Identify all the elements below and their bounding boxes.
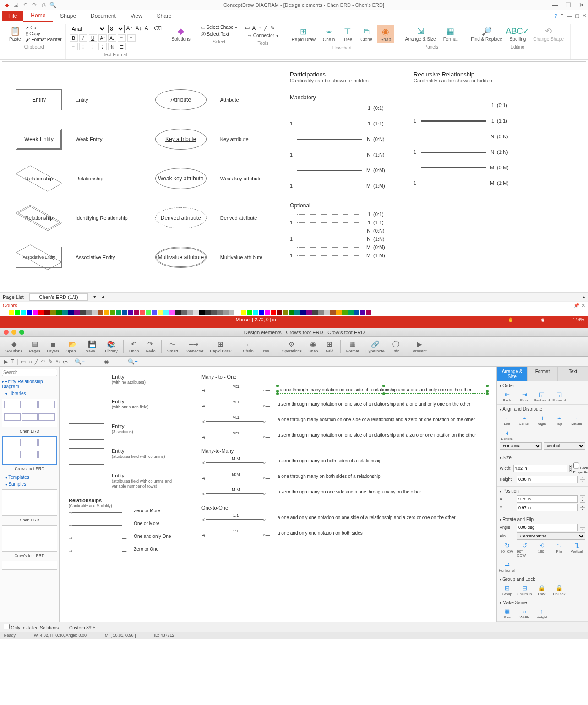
rel-line[interactable]: ⪪M:M○— — [201, 474, 270, 482]
only-installed-checkbox[interactable] — [4, 624, 10, 629]
text-tool-icon[interactable]: A — [252, 25, 256, 31]
color-swatch[interactable] — [271, 310, 276, 315]
color-swatch[interactable] — [3, 310, 8, 315]
key-attr-shape[interactable]: Key attribute — [155, 129, 207, 150]
arc-icon[interactable]: ◠ — [41, 358, 45, 365]
unlock-button[interactable]: 🔓UnLock — [552, 584, 566, 596]
menu-icon[interactable]: ☰ — [547, 13, 552, 19]
pin-icon[interactable]: 📌 — [573, 303, 580, 308]
rel-line[interactable]: ⪪1:1○— — [201, 515, 270, 523]
height-input[interactable] — [517, 476, 578, 483]
color-swatch[interactable] — [62, 310, 68, 315]
cardinality-line[interactable]: 1 (0:1) — [290, 105, 391, 111]
close-colors-icon[interactable]: ✕ — [581, 303, 585, 308]
color-swatch[interactable] — [33, 310, 38, 315]
cardinality-line[interactable]: 1M (1:M) — [290, 253, 391, 258]
line-icon[interactable]: ╱ — [35, 358, 38, 365]
valign-mid-icon[interactable]: ⫶ — [89, 43, 97, 50]
search-input[interactable] — [2, 369, 57, 376]
undo-icon[interactable]: ↶ — [22, 2, 28, 8]
color-swatch[interactable] — [265, 310, 270, 315]
tb-redo[interactable]: ↷Redo — [143, 339, 158, 354]
solutions-button[interactable]: ◆ Solutions — [169, 25, 193, 43]
color-swatch[interactable] — [360, 310, 365, 315]
color-swatch[interactable] — [158, 310, 163, 315]
color-swatch[interactable] — [235, 310, 240, 315]
tb-solutions[interactable]: ◆Solutions — [3, 339, 25, 354]
cardinality-line[interactable]: N (0:N) — [290, 228, 391, 233]
vertical-button[interactable]: ⇅Vertical — [569, 541, 584, 558]
align-right-icon[interactable]: ≡ — [70, 43, 78, 50]
super-icon[interactable]: A² — [98, 34, 107, 42]
freehand-icon[interactable]: ᔕ — [63, 358, 68, 365]
cardinality-line[interactable]: 11 (1:1) — [290, 121, 391, 126]
page-list-label[interactable]: Page List — [3, 294, 24, 300]
rel-line[interactable]: ⊸— — [69, 508, 126, 516]
ellipse-tool-icon[interactable]: ○ — [258, 25, 261, 31]
help-icon[interactable]: ? — [555, 13, 557, 19]
decrease-font-icon[interactable]: A↓ — [136, 25, 143, 33]
format-panel-button[interactable]: ▦Format — [441, 25, 461, 43]
color-swatch[interactable] — [259, 310, 264, 315]
rect-tool-icon[interactable]: ▭ — [245, 25, 250, 31]
color-swatch[interactable] — [104, 310, 109, 315]
color-swatch[interactable] — [140, 310, 145, 315]
color-swatch[interactable] — [318, 310, 324, 315]
entity-shape[interactable]: Entity — [16, 89, 62, 110]
color-swatch[interactable] — [300, 310, 306, 315]
maximize-icon[interactable] — [19, 330, 24, 335]
text-tool-icon[interactable]: T — [11, 358, 14, 365]
x-input[interactable] — [517, 495, 578, 503]
rel-line[interactable]: ⊸— — [69, 547, 126, 555]
sample-chen-thumb[interactable] — [2, 489, 57, 516]
sub-icon[interactable]: A₂ — [108, 34, 116, 42]
tb-library[interactable]: 📚Library — [102, 339, 120, 354]
minimize-icon[interactable] — [11, 330, 16, 335]
tb-save-[interactable]: 💾Save... — [83, 339, 101, 354]
color-swatch[interactable] — [169, 310, 175, 315]
clone-button[interactable]: ⧉Clone — [358, 25, 375, 43]
tb-open-[interactable]: 📂Open... — [63, 339, 82, 354]
color-swatch[interactable] — [354, 310, 359, 315]
chain-button[interactable]: ⫘Chain — [320, 25, 338, 43]
snap-button[interactable]: ◉Snap — [377, 25, 394, 43]
color-swatch[interactable] — [163, 310, 169, 315]
color-swatch[interactable] — [38, 310, 44, 315]
print-icon[interactable]: ⎙ — [40, 2, 47, 8]
right-button[interactable]: ⫞Right — [534, 413, 549, 426]
custom-zoom[interactable]: Custom 89% — [69, 625, 95, 630]
color-swatch[interactable] — [277, 310, 282, 315]
color-swatch[interactable] — [122, 310, 127, 315]
90°-cw-button[interactable]: ↻90° CW — [500, 541, 514, 558]
entity-shape-3[interactable] — [69, 448, 104, 465]
tab-view[interactable]: View — [123, 11, 150, 21]
weak-key-attr-shape[interactable]: Weak key attribute — [155, 168, 207, 189]
color-swatch[interactable] — [289, 310, 294, 315]
color-swatch[interactable] — [283, 310, 288, 315]
tb-info[interactable]: ⓘInfo — [388, 339, 404, 354]
color-swatch[interactable] — [134, 310, 139, 315]
middle-button[interactable]: ⫟Middle — [569, 413, 584, 426]
color-swatch[interactable] — [366, 310, 371, 315]
horizontal-button[interactable]: ⇄Horizontal — [500, 560, 514, 573]
ungroup-button[interactable]: ⊟UnGroup — [517, 584, 532, 596]
90°-ccw-button[interactable]: ↺90° CCW — [517, 541, 532, 558]
tb-chain[interactable]: ⫘Chain — [240, 339, 256, 354]
attribute-shape[interactable]: Attribute — [155, 89, 207, 110]
bullets-icon[interactable]: ☰ — [118, 43, 126, 50]
canvas[interactable]: Entity Entity Weak Entity Weak Entity Re… — [2, 61, 586, 290]
color-swatch[interactable] — [312, 310, 318, 315]
assoc-entity-shape[interactable]: Associative Entity — [16, 247, 62, 268]
flip-button[interactable]: ⇋Flip — [552, 541, 566, 558]
color-swatch[interactable] — [324, 310, 330, 315]
tb-grid[interactable]: ⊞Grid — [322, 339, 338, 354]
tb-hypernote[interactable]: 🔗Hypernote — [363, 339, 387, 354]
inspector-tab-text[interactable]: Text — [558, 367, 588, 381]
color-swatch[interactable] — [74, 310, 80, 315]
increase-font-icon[interactable]: A↑ — [126, 25, 134, 33]
forward-button[interactable]: ◲Forward — [552, 390, 566, 402]
zoom-in-icon[interactable]: 🔍+ — [128, 358, 138, 365]
minimize-icon[interactable]: — — [552, 1, 558, 9]
rel-line[interactable]: ⪪M:1○— — [201, 433, 270, 441]
color-swatch[interactable] — [80, 310, 86, 315]
